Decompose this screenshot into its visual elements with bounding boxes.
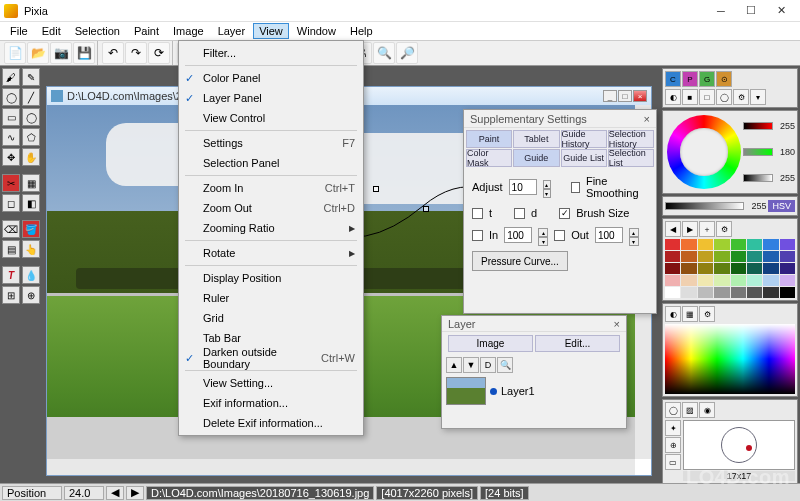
swatch[interactable] xyxy=(698,251,713,262)
view-menu-item[interactable]: Zoom OutCtrl+D xyxy=(181,198,361,218)
menu-selection[interactable]: Selection xyxy=(69,23,126,39)
tool-line[interactable]: ╱ xyxy=(22,88,40,106)
document-close[interactable]: × xyxy=(633,90,647,102)
layer-panel-close-icon[interactable]: × xyxy=(614,318,620,330)
adjust-input[interactable] xyxy=(509,179,537,195)
swatch[interactable] xyxy=(763,251,778,262)
menu-view[interactable]: View xyxy=(253,23,289,39)
swatch[interactable] xyxy=(780,239,795,250)
swatch[interactable] xyxy=(698,287,713,298)
tab-tablet[interactable]: Tablet xyxy=(513,130,559,148)
swatch[interactable] xyxy=(698,275,713,286)
tool-brush[interactable]: 🖌 xyxy=(2,68,20,86)
swatch[interactable] xyxy=(681,263,696,274)
menu-help[interactable]: Help xyxy=(344,23,379,39)
save-button[interactable]: 💾 xyxy=(73,42,95,64)
grad-mode2-icon[interactable]: ▦ xyxy=(682,306,698,322)
picker-icon[interactable]: ◐ xyxy=(665,89,681,105)
view-menu-item[interactable]: Tab Bar xyxy=(181,328,361,348)
tool-hand[interactable]: ✋ xyxy=(22,148,40,166)
scanner-button[interactable]: 📷 xyxy=(50,42,72,64)
menu-file[interactable]: File xyxy=(4,23,34,39)
color-wheel[interactable] xyxy=(667,115,741,189)
tool-poly[interactable]: ⬠ xyxy=(22,128,40,146)
brush-opt1-icon[interactable]: ✦ xyxy=(665,420,681,436)
status-prev[interactable]: ◀ xyxy=(106,486,124,500)
tab-guide-list[interactable]: Guide List xyxy=(561,149,607,167)
swatch[interactable] xyxy=(747,251,762,262)
channel-o-icon[interactable]: ⊙ xyxy=(716,71,732,87)
palette-gear-icon[interactable]: ⚙ xyxy=(716,221,732,237)
redo2-button[interactable]: ⟳ xyxy=(148,42,170,64)
swatch2-icon[interactable]: □ xyxy=(699,89,715,105)
swatch[interactable] xyxy=(763,263,778,274)
circle-icon[interactable]: ◯ xyxy=(716,89,732,105)
close-button[interactable]: ✕ xyxy=(766,1,796,21)
swatch[interactable] xyxy=(763,275,778,286)
tab-selection-history[interactable]: Selection History xyxy=(608,130,654,148)
tool-clone[interactable]: ⊕ xyxy=(22,286,40,304)
layer-image-button[interactable]: Image xyxy=(448,335,533,352)
view-menu-item[interactable]: ✓Color Panel xyxy=(181,68,361,88)
tool-selectall[interactable]: ▦ xyxy=(22,174,40,192)
view-menu-item[interactable]: Ruler xyxy=(181,288,361,308)
pressure-curve-button[interactable]: Pressure Curve... xyxy=(472,251,568,271)
swatch[interactable] xyxy=(763,239,778,250)
down-icon[interactable]: ▾ xyxy=(750,89,766,105)
tool-crop[interactable]: ✂ xyxy=(2,174,20,192)
swatch[interactable] xyxy=(681,275,696,286)
gear-icon[interactable]: ⚙ xyxy=(733,89,749,105)
view-menu-item[interactable]: View Setting... xyxy=(181,373,361,393)
view-menu-item[interactable]: SettingsF7 xyxy=(181,133,361,153)
tool-text[interactable]: T xyxy=(2,266,20,284)
in-input[interactable] xyxy=(504,227,532,243)
swatch[interactable] xyxy=(665,239,680,250)
horizontal-scrollbar[interactable] xyxy=(47,459,635,475)
fine-smoothing-checkbox[interactable] xyxy=(571,182,580,193)
tool-move[interactable]: ✥ xyxy=(2,148,20,166)
supp-close-icon[interactable]: × xyxy=(644,113,650,125)
tab-guide-history[interactable]: Guide History xyxy=(561,130,607,148)
document-minimize[interactable]: _ xyxy=(603,90,617,102)
swatch[interactable] xyxy=(714,287,729,298)
swatch[interactable] xyxy=(714,275,729,286)
undo-button[interactable]: ↶ xyxy=(102,42,124,64)
gradient-picker[interactable] xyxy=(665,324,795,394)
view-menu-item[interactable]: View Control xyxy=(181,108,361,128)
tool-gradient[interactable]: ▤ xyxy=(2,240,20,258)
tool-picker[interactable]: 💧 xyxy=(22,266,40,284)
tab-paint[interactable]: Paint xyxy=(466,130,512,148)
brush-size-checkbox[interactable]: ✓ xyxy=(559,208,570,219)
brush-opt2-icon[interactable]: ⊕ xyxy=(665,437,681,453)
grad-gear-icon[interactable]: ⚙ xyxy=(699,306,715,322)
layer-zoom-icon[interactable]: 🔍 xyxy=(497,357,513,373)
menu-window[interactable]: Window xyxy=(291,23,342,39)
layer-row[interactable]: Layer1 xyxy=(442,375,626,407)
menu-layer[interactable]: Layer xyxy=(212,23,252,39)
view-menu-item[interactable]: Selection Panel xyxy=(181,153,361,173)
menu-edit[interactable]: Edit xyxy=(36,23,67,39)
d-checkbox[interactable] xyxy=(514,208,525,219)
layer-down-icon[interactable]: ▼ xyxy=(463,357,479,373)
tool-smear[interactable]: 👆 xyxy=(22,240,40,258)
swatch[interactable] xyxy=(698,239,713,250)
out-checkbox[interactable] xyxy=(554,230,565,241)
brush-shape2-icon[interactable]: ▨ xyxy=(682,402,698,418)
view-menu-item[interactable]: ✓Layer Panel xyxy=(181,88,361,108)
swatch[interactable] xyxy=(681,287,696,298)
document-maximize[interactable]: □ xyxy=(618,90,632,102)
palette-left-icon[interactable]: ◀ xyxy=(665,221,681,237)
status-next[interactable]: ▶ xyxy=(126,486,144,500)
swatch[interactable] xyxy=(747,239,762,250)
tab-selection-list[interactable]: Selection List xyxy=(608,149,654,167)
tool-fill[interactable]: 🪣 xyxy=(22,220,40,238)
swatch[interactable] xyxy=(747,287,762,298)
swatch[interactable] xyxy=(714,239,729,250)
brush-opt3-icon[interactable]: ▭ xyxy=(665,454,681,470)
swatch[interactable] xyxy=(763,287,778,298)
swatch[interactable] xyxy=(698,263,713,274)
t-checkbox[interactable] xyxy=(472,208,483,219)
view-menu-item[interactable]: Delete Exif information... xyxy=(181,413,361,433)
view-menu-item[interactable]: ✓Darken outside BoundaryCtrl+W xyxy=(181,348,361,368)
in-spinner[interactable]: ▴▾ xyxy=(538,228,548,242)
